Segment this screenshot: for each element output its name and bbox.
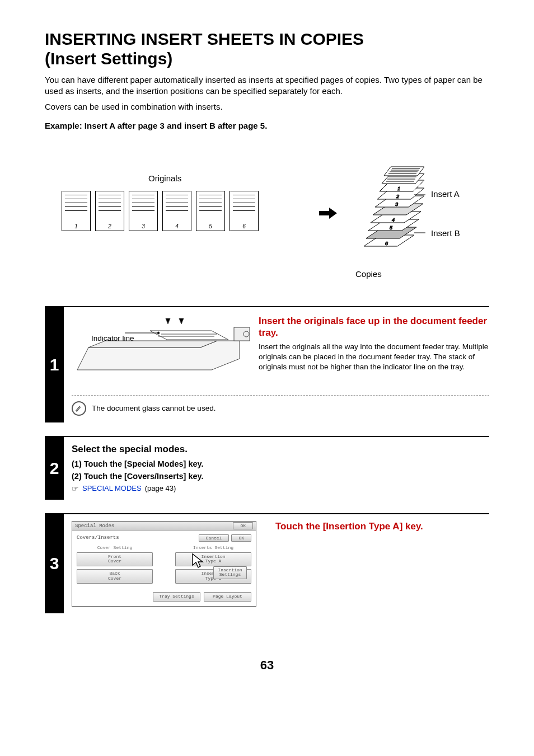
document-feeder-illustration xyxy=(72,314,251,389)
step-2-heading: Select the special modes. xyxy=(72,444,489,455)
step-1-heading: Insert the originals face up in the docu… xyxy=(259,315,489,339)
step-number: 2 xyxy=(45,437,64,500)
svg-text:3: 3 xyxy=(395,201,398,207)
back-cover-button: Back Cover xyxy=(77,569,153,584)
cover-setting-heading: Cover Setting xyxy=(77,545,153,550)
svg-marker-19 xyxy=(166,318,170,324)
original-page: 4 xyxy=(162,191,191,231)
step-number: 3 xyxy=(45,514,64,613)
step-1-note: The document glass cannot be used. xyxy=(92,404,216,412)
step-3: 3 Special Modes OK Covers/Inserts Cancel… xyxy=(45,513,489,613)
reference-tail: (page 43) xyxy=(145,484,176,492)
original-page: 6 xyxy=(229,191,259,231)
svg-rect-21 xyxy=(234,327,250,341)
intro-paragraph-1: You can have different paper automatical… xyxy=(45,74,489,97)
svg-point-24 xyxy=(157,332,160,334)
note-icon xyxy=(72,401,86,416)
original-page: 2 xyxy=(95,191,124,231)
svg-marker-20 xyxy=(179,318,184,324)
covers-inserts-panel-illustration: Special Modes OK Covers/Inserts Cancel O… xyxy=(72,521,256,607)
step-2-sub1: (1) Touch the [Special Modes] key. xyxy=(72,459,489,468)
step-1-body: Insert the originals all the way into th… xyxy=(259,342,489,373)
original-page: 3 xyxy=(129,191,158,231)
cursor-icon xyxy=(191,553,207,570)
front-cover-button: Front Cover xyxy=(77,552,153,567)
intro-paragraph-2: Covers can be used in combination with i… xyxy=(45,101,489,112)
svg-text:1: 1 xyxy=(397,186,400,191)
step-2: 2 Select the special modes. (1) Touch th… xyxy=(45,436,489,500)
tray-settings-button: Tray Settings xyxy=(153,592,200,602)
insert-a-label: Insert A xyxy=(431,189,460,199)
step-3-heading: Touch the [Insertion Type A] key. xyxy=(275,521,423,532)
page-title: INSERTING INSERT SHEETS IN COPIES (Inser… xyxy=(45,29,489,69)
original-page: 5 xyxy=(196,191,225,231)
step-number: 1 xyxy=(45,307,64,422)
separator xyxy=(72,395,489,396)
svg-text:2: 2 xyxy=(396,194,399,199)
panel-subtitle: Covers/Inserts xyxy=(77,535,119,541)
inserts-setting-heading: Inserts Setting xyxy=(175,545,251,550)
originals-label: Originals xyxy=(148,173,181,183)
pointer-icon: ☞ xyxy=(72,484,79,493)
step-2-sub2: (2) Touch the [Covers/Inserts] key. xyxy=(72,472,489,481)
special-modes-link[interactable]: SPECIAL MODES xyxy=(82,484,142,492)
original-page: 1 xyxy=(62,191,91,231)
svg-marker-0 xyxy=(319,208,337,219)
panel-ok-button: OK xyxy=(233,522,253,529)
step-1: 1 xyxy=(45,306,489,422)
insert-b-label: Insert B xyxy=(431,228,460,238)
indicator-line-label: Indicator line xyxy=(91,334,134,343)
insertion-type-a-button: Insertion Type A xyxy=(175,552,251,567)
svg-text:6: 6 xyxy=(385,241,388,246)
example-diagram: Originals 1 2 3 4 5 6 6 5 4 xyxy=(45,147,489,293)
copies-stack-illustration: 6 5 4 3 2 1 xyxy=(358,150,425,267)
panel-topbar-title: Special Modes xyxy=(75,523,114,529)
panel-cancel-button: Cancel xyxy=(199,534,229,542)
arrow-right-icon xyxy=(319,205,337,223)
page-layout-button: Page Layout xyxy=(204,592,251,602)
insertion-settings-button: Insertion Settings xyxy=(213,566,247,580)
svg-text:4: 4 xyxy=(392,217,395,223)
page-number: 63 xyxy=(45,658,489,673)
copies-label: Copies xyxy=(355,269,382,279)
panel-ok-button-2: OK xyxy=(231,534,251,542)
example-heading: Example: Insert A after page 3 and inser… xyxy=(45,121,489,130)
